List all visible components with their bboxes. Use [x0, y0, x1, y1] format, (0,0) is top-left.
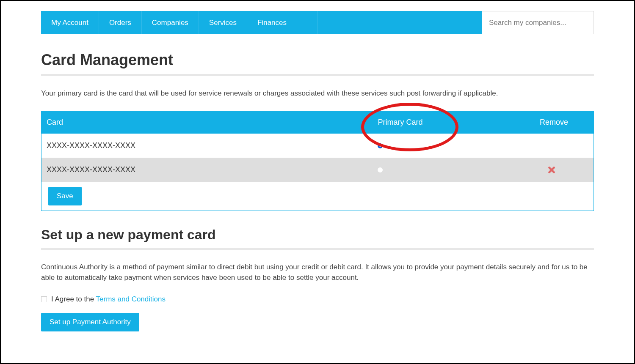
nav-item-empty [297, 11, 318, 34]
card-management-description: Your primary card is the card that will … [41, 88, 594, 99]
page-title: Card Management [41, 51, 594, 69]
primary-cell [373, 134, 483, 158]
terms-row: I Agree to the Terms and Conditions [41, 295, 594, 304]
search-input[interactable] [482, 11, 594, 34]
card-number-cell: XXXX-XXXX-XXXX-XXXX [41, 158, 373, 182]
agree-prefix: I Agree to the [51, 295, 96, 303]
save-button[interactable]: Save [48, 187, 82, 205]
nav-spacer [318, 11, 482, 34]
primary-cell [373, 158, 483, 182]
nav-item-my-account[interactable]: My Account [41, 11, 99, 34]
divider [41, 248, 594, 250]
table-row: XXXX-XXXX-XXXX-XXXX [41, 134, 594, 158]
setup-payment-authority-button[interactable]: Set up Payment Authority [41, 313, 139, 331]
remove-icon[interactable] [548, 166, 555, 174]
top-nav: My Account Orders Companies Services Fin… [41, 11, 594, 34]
nav-item-companies[interactable]: Companies [142, 11, 199, 34]
primary-radio[interactable] [378, 143, 383, 148]
nav-item-finances[interactable]: Finances [247, 11, 297, 34]
nav-item-services[interactable]: Services [199, 11, 247, 34]
card-table-footer: Save [41, 182, 594, 211]
terms-link[interactable]: Terms and Conditions [96, 295, 166, 303]
section-title-new-card: Set up a new payment card [41, 227, 594, 243]
table-row: XXXX-XXXX-XXXX-XXXX [41, 158, 594, 182]
remove-cell [483, 158, 594, 182]
new-card-description: Continuous Authority is a method of paym… [41, 262, 594, 283]
divider [41, 74, 594, 76]
card-table: Card Primary Card Remove XXXX-XXXX-XXXX-… [41, 111, 594, 182]
nav-item-orders[interactable]: Orders [99, 11, 142, 34]
th-primary: Primary Card [373, 111, 483, 134]
card-number-cell: XXXX-XXXX-XXXX-XXXX [41, 134, 373, 158]
agree-label: I Agree to the Terms and Conditions [51, 295, 166, 304]
th-remove: Remove [483, 111, 594, 134]
agree-checkbox[interactable] [41, 296, 47, 302]
primary-radio[interactable] [378, 167, 383, 172]
card-table-container: Card Primary Card Remove XXXX-XXXX-XXXX-… [41, 111, 594, 211]
th-card: Card [41, 111, 373, 134]
remove-cell [483, 134, 594, 158]
